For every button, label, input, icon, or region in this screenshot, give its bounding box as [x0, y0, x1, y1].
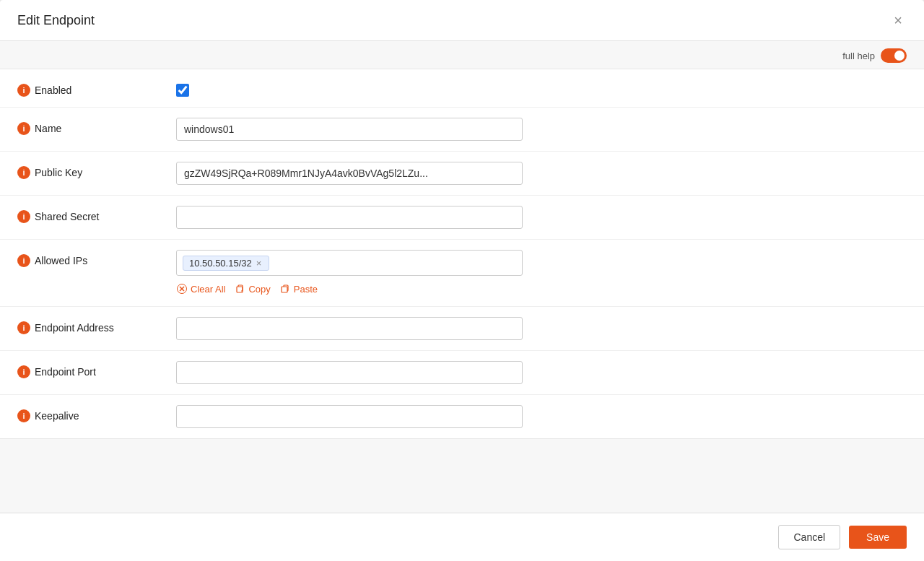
- edit-endpoint-dialog: Edit Endpoint × full help i Enabled: [0, 0, 924, 561]
- svg-rect-3: [237, 287, 243, 292]
- tag-input[interactable]: 10.50.50.15/32 ×: [176, 250, 523, 276]
- control-wrap-public-key: [176, 162, 907, 185]
- endpoint-port-input[interactable]: [176, 361, 523, 384]
- control-wrap-endpoint-address: [176, 317, 907, 340]
- label-endpoint-address: i Endpoint Address: [17, 317, 176, 334]
- dialog-body: full help i Enabled i Name: [0, 41, 924, 513]
- tag-remove-button[interactable]: ×: [255, 258, 263, 268]
- paste-button[interactable]: Paste: [279, 282, 318, 296]
- name-input[interactable]: [176, 118, 523, 141]
- keepalive-input[interactable]: [176, 405, 523, 428]
- label-allowed-ips: i Allowed IPs: [17, 250, 176, 267]
- control-wrap-name: [176, 118, 907, 141]
- info-icon-name: i: [17, 122, 30, 135]
- info-icon-keepalive: i: [17, 409, 30, 422]
- tag-actions: Clear All Copy: [176, 282, 907, 296]
- info-icon-endpoint-address: i: [17, 321, 30, 334]
- copy-icon: [234, 283, 245, 295]
- info-icon-public-key: i: [17, 166, 30, 179]
- form-row-public-key: i Public Key: [0, 152, 924, 196]
- label-shared-secret: i Shared Secret: [17, 206, 176, 223]
- help-label: full help: [842, 51, 875, 61]
- form-row-keepalive: i Keepalive: [0, 395, 924, 438]
- control-wrap-shared-secret: [176, 206, 907, 229]
- info-icon-endpoint-port: i: [17, 365, 30, 378]
- label-keepalive: i Keepalive: [17, 405, 176, 422]
- form-section: i Enabled i Name i: [0, 69, 924, 439]
- full-help-toggle[interactable]: [881, 48, 907, 63]
- clear-all-button[interactable]: Clear All: [176, 282, 225, 296]
- info-icon-allowed-ips: i: [17, 254, 30, 267]
- copy-button[interactable]: Copy: [234, 282, 270, 296]
- ip-tag: 10.50.50.15/32 ×: [183, 256, 269, 271]
- label-name: i Name: [17, 118, 176, 135]
- clear-all-icon: [176, 283, 188, 295]
- public-key-input[interactable]: [176, 162, 523, 185]
- cancel-button[interactable]: Cancel: [778, 525, 840, 549]
- form-row-endpoint-address: i Endpoint Address: [0, 307, 924, 351]
- label-endpoint-port: i Endpoint Port: [17, 361, 176, 378]
- svg-rect-4: [282, 287, 287, 292]
- form-row-name: i Name: [0, 108, 924, 152]
- label-public-key: i Public Key: [17, 162, 176, 179]
- form-row-shared-secret: i Shared Secret: [0, 196, 924, 240]
- info-icon-shared-secret: i: [17, 210, 30, 223]
- help-row: full help: [0, 41, 924, 69]
- shared-secret-input[interactable]: [176, 206, 523, 229]
- form-row-allowed-ips: i Allowed IPs 10.50.50.15/32 ×: [0, 240, 924, 307]
- dialog-footer: Cancel Save: [0, 513, 924, 561]
- dialog-title: Edit Endpoint: [17, 13, 95, 28]
- label-enabled: i Enabled: [17, 79, 176, 97]
- enabled-checkbox[interactable]: [176, 84, 189, 97]
- info-icon-enabled: i: [17, 84, 30, 97]
- save-button[interactable]: Save: [849, 526, 907, 549]
- control-wrap-allowed-ips: 10.50.50.15/32 ×: [176, 250, 907, 296]
- endpoint-address-input[interactable]: [176, 317, 523, 340]
- paste-icon: [279, 283, 291, 295]
- control-wrap-keepalive: [176, 405, 907, 428]
- form-row-enabled: i Enabled: [0, 69, 924, 108]
- control-wrap-endpoint-port: [176, 361, 907, 384]
- checkbox-wrap-enabled: [176, 79, 189, 97]
- dialog-header: Edit Endpoint ×: [0, 0, 924, 41]
- form-row-endpoint-port: i Endpoint Port: [0, 351, 924, 395]
- close-button[interactable]: ×: [889, 12, 907, 29]
